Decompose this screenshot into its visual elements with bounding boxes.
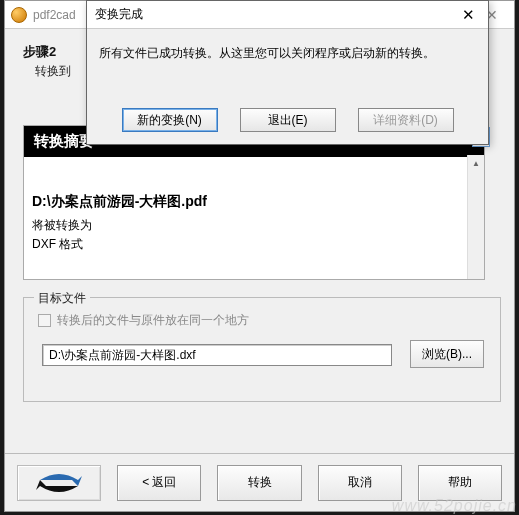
same-folder-checkbox [38, 314, 51, 327]
cancel-button[interactable]: 取消 [318, 465, 402, 501]
summary-scrollbar[interactable]: ▲ [467, 155, 484, 279]
output-path-input[interactable] [42, 344, 392, 366]
dialog-title: 变换完成 [87, 6, 448, 23]
new-conversion-button[interactable]: 新的变换(N) [122, 108, 218, 132]
dialog-close-button[interactable]: ✕ [448, 1, 488, 29]
dialog-message: 所有文件已成功转换。从这里您可以关闭程序或启动新的转换。 [87, 29, 488, 62]
dialog-titlebar: 变换完成 ✕ [87, 1, 488, 29]
step-label: 步骤2 [23, 43, 56, 61]
back-button[interactable]: < 返回 [117, 465, 201, 501]
help-button[interactable]: 帮助 [418, 465, 502, 501]
format-label: DXF 格式 [32, 236, 476, 253]
target-legend: 目标文件 [34, 290, 90, 307]
same-folder-checkbox-row: 转换后的文件与原件放在同一个地方 [38, 312, 249, 329]
swap-arrows-icon [36, 472, 82, 494]
scroll-up-icon[interactable]: ▲ [468, 155, 484, 172]
will-convert-label: 将被转换为 [32, 217, 476, 234]
exit-button[interactable]: 退出(E) [240, 108, 336, 132]
convert-button[interactable]: 转换 [217, 465, 301, 501]
step-sublabel: 转换到 [35, 63, 71, 80]
app-icon [11, 7, 27, 23]
source-file-path: D:\办案点前游园-大样图.pdf [32, 193, 476, 211]
bottom-bar: < 返回 转换 取消 帮助 [5, 453, 514, 511]
logo-box [17, 465, 101, 501]
details-button: 详细资料(D) [358, 108, 454, 132]
target-file-group: 目标文件 转换后的文件与原件放在同一个地方 浏览(B)... [23, 297, 501, 402]
dialog-button-row: 新的变换(N) 退出(E) 详细资料(D) [87, 108, 488, 132]
completion-dialog: 变换完成 ✕ 所有文件已成功转换。从这里您可以关闭程序或启动新的转换。 新的变换… [86, 0, 489, 145]
summary-panel: 转换摘要 D:\办案点前游园-大样图.pdf 将被转换为 DXF 格式 ▲ [23, 125, 485, 280]
summary-content: D:\办案点前游园-大样图.pdf 将被转换为 DXF 格式 [24, 157, 484, 257]
browse-button[interactable]: 浏览(B)... [410, 340, 484, 368]
same-folder-label: 转换后的文件与原件放在同一个地方 [57, 312, 249, 329]
